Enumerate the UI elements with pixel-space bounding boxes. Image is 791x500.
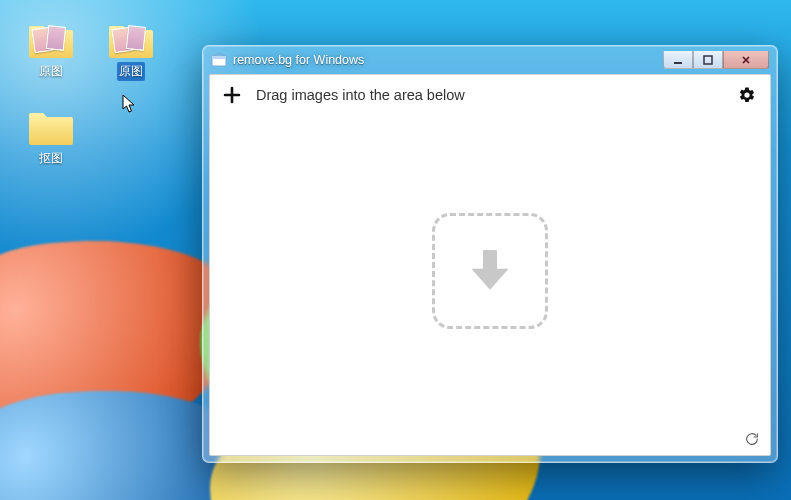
drop-area[interactable] <box>210 115 770 455</box>
folder-icon <box>27 20 75 60</box>
desktop-icons: 原图 原图 抠图 <box>20 20 180 168</box>
svg-rect-2 <box>674 62 682 64</box>
drop-target <box>432 213 548 329</box>
desktop-folder[interactable]: 原图 <box>100 20 162 81</box>
svg-rect-1 <box>212 56 226 59</box>
window-title: remove.bg for Windows <box>233 53 657 67</box>
add-button[interactable] <box>222 85 242 105</box>
app-window: remove.bg for Windows Drag images into t… <box>202 45 778 463</box>
desktop-folder[interactable]: 抠图 <box>20 107 82 168</box>
folder-icon <box>107 20 155 60</box>
refresh-icon <box>744 431 760 447</box>
desktop-folder-label: 原图 <box>117 62 145 81</box>
toolbar: Drag images into the area below <box>210 75 770 115</box>
settings-button[interactable] <box>736 84 758 106</box>
folder-icon <box>27 107 75 147</box>
thumbnail-icon <box>46 25 66 51</box>
minimize-button[interactable] <box>663 51 693 69</box>
desktop-folder-label: 抠图 <box>37 149 65 168</box>
plus-icon <box>223 86 241 104</box>
client-area: Drag images into the area below <box>209 74 771 456</box>
window-controls <box>663 51 769 69</box>
desktop-folder-label: 原图 <box>37 62 65 81</box>
desktop: 原图 原图 抠图 remove.bg for <box>0 0 791 500</box>
close-button[interactable] <box>723 51 769 69</box>
app-icon <box>211 52 227 68</box>
instruction-text: Drag images into the area below <box>256 87 722 103</box>
svg-rect-3 <box>704 56 712 64</box>
refresh-button[interactable] <box>742 429 762 449</box>
download-arrow-icon <box>462 243 518 299</box>
gear-icon <box>738 86 756 104</box>
desktop-folder[interactable]: 原图 <box>20 20 82 81</box>
titlebar[interactable]: remove.bg for Windows <box>209 46 771 74</box>
maximize-button[interactable] <box>693 51 723 69</box>
thumbnail-icon <box>126 25 146 51</box>
